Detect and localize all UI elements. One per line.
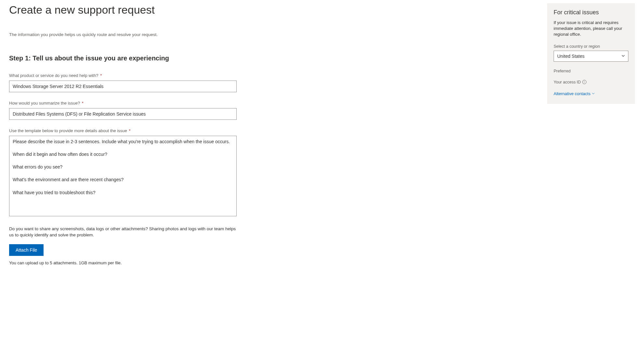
- product-label-text: What product or service do you need help…: [9, 73, 99, 78]
- page-title: Create a new support request: [9, 3, 243, 17]
- summary-input[interactable]: [9, 108, 237, 120]
- attach-file-button[interactable]: Attach File: [9, 244, 44, 256]
- page-intro: The information you provide helps us qui…: [9, 32, 243, 37]
- sidebar-desc: If your issue is critical and requires i…: [554, 20, 628, 38]
- region-label: Select a country or region: [554, 44, 628, 49]
- alternative-contacts-text: Alternative contacts: [554, 91, 590, 96]
- critical-issues-panel: For critical issues If your issue is cri…: [547, 3, 635, 104]
- details-textarea[interactable]: [9, 136, 237, 216]
- access-id-label: Your access ID i: [554, 80, 628, 84]
- attach-hint: You can upload up to 5 attachments. 1GB …: [9, 260, 243, 265]
- attach-desc: Do you want to share any screenshots, da…: [9, 226, 237, 238]
- required-marker: *: [100, 73, 102, 78]
- required-marker: *: [82, 101, 84, 106]
- chevron-down-icon: [592, 91, 595, 96]
- info-icon[interactable]: i: [582, 80, 586, 84]
- region-select[interactable]: United States: [554, 51, 628, 62]
- preferred-label: Preferred: [554, 69, 628, 73]
- details-label-text: Use the template below to provide more d…: [9, 128, 127, 133]
- details-label: Use the template below to provide more d…: [9, 128, 243, 133]
- required-marker: *: [129, 128, 130, 133]
- sidebar-title: For critical issues: [554, 9, 628, 16]
- product-label: What product or service do you need help…: [9, 73, 243, 78]
- summary-label-text: How would you summarize the issue?: [9, 101, 80, 106]
- step1-heading: Step 1: Tell us about the issue you are …: [9, 55, 243, 62]
- product-input[interactable]: [9, 81, 237, 92]
- summary-label: How would you summarize the issue? *: [9, 101, 243, 106]
- access-id-label-text: Your access ID: [554, 80, 581, 84]
- alternative-contacts-link[interactable]: Alternative contacts: [554, 91, 595, 96]
- region-selected-value: United States: [557, 54, 585, 59]
